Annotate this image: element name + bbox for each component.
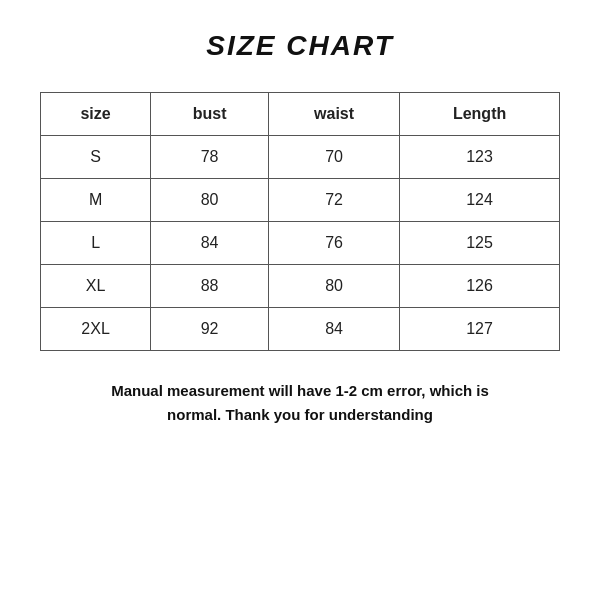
table-cell: 76 <box>268 222 399 265</box>
header-row: sizebustwaistLength <box>41 93 560 136</box>
table-cell: 80 <box>268 265 399 308</box>
table-cell: 72 <box>268 179 399 222</box>
table-body: S7870123M8072124L8476125XL88801262XL9284… <box>41 136 560 351</box>
table-cell: 123 <box>400 136 560 179</box>
table-cell: 78 <box>151 136 269 179</box>
table-row: M8072124 <box>41 179 560 222</box>
table-cell: 80 <box>151 179 269 222</box>
table-cell: M <box>41 179 151 222</box>
footer-note: Manual measurement will have 1-2 cm erro… <box>90 379 510 427</box>
page-title: SIZE CHART <box>206 30 394 62</box>
table-cell: 92 <box>151 308 269 351</box>
column-header: bust <box>151 93 269 136</box>
table-cell: 124 <box>400 179 560 222</box>
table-cell: 125 <box>400 222 560 265</box>
table-cell: L <box>41 222 151 265</box>
column-header: Length <box>400 93 560 136</box>
table-cell: 88 <box>151 265 269 308</box>
table-row: S7870123 <box>41 136 560 179</box>
table-cell: 2XL <box>41 308 151 351</box>
table-cell: 84 <box>268 308 399 351</box>
table-row: 2XL9284127 <box>41 308 560 351</box>
table-cell: 84 <box>151 222 269 265</box>
table-cell: 70 <box>268 136 399 179</box>
column-header: waist <box>268 93 399 136</box>
table-row: L8476125 <box>41 222 560 265</box>
size-chart-table: sizebustwaistLength S7870123M8072124L847… <box>40 92 560 351</box>
column-header: size <box>41 93 151 136</box>
table-cell: XL <box>41 265 151 308</box>
table-cell: S <box>41 136 151 179</box>
table-cell: 127 <box>400 308 560 351</box>
table-row: XL8880126 <box>41 265 560 308</box>
table-header: sizebustwaistLength <box>41 93 560 136</box>
table-cell: 126 <box>400 265 560 308</box>
